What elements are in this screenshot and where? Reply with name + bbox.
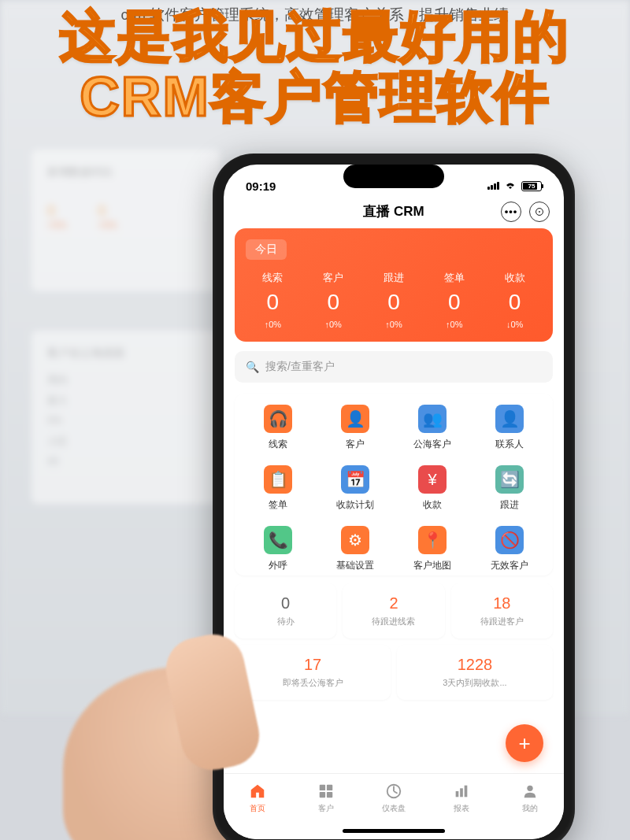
overlay-line-2: CRM客户管理软件 [0, 67, 630, 128]
grid-item-公海客户[interactable]: 👥 公海客户 [394, 405, 471, 451]
grid-item-收款[interactable]: ¥ 收款 [394, 465, 471, 512]
dashboard-card: 今日 线索 0 ↑0% 客户 0 ↑0% 跟进 0 ↑0% 签单 0 ↑0% 收… [235, 228, 553, 342]
grid-item-联系人[interactable]: 👤 联系人 [471, 405, 548, 451]
grid-item-签单[interactable]: 📋 签单 [239, 465, 317, 512]
跟进-icon: 🔄 [495, 465, 524, 494]
add-fab-button[interactable]: + [506, 724, 543, 762]
app-header: 直播 CRM ••• [224, 198, 564, 228]
基础设置-icon: ⚙ [341, 526, 369, 554]
metric-客户[interactable]: 客户 0 ↑0% [303, 271, 364, 329]
home-icon [248, 782, 267, 801]
home-indicator[interactable] [343, 829, 445, 833]
tab-首页[interactable]: 首页 [224, 780, 291, 839]
stat-card-待办[interactable]: 0 待办 [235, 583, 336, 638]
users-icon [317, 782, 335, 801]
dashboard-icon [384, 782, 403, 801]
收款-icon: ¥ [418, 465, 447, 494]
overlay-line-1: 这是我见过最好用的 [0, 6, 630, 67]
grid-item-客户地图[interactable]: 📍 客户地图 [394, 526, 471, 572]
svg-rect-5 [456, 791, 459, 797]
grid-item-线索[interactable]: 🎧 线索 [239, 405, 317, 451]
metric-线索[interactable]: 线索 0 ↑0% [243, 271, 303, 329]
svg-rect-6 [461, 788, 464, 797]
svg-rect-1 [327, 785, 332, 790]
外呼-icon: 📞 [264, 526, 292, 554]
签单-icon: 📋 [264, 465, 292, 494]
search-input[interactable]: 🔍 搜索/查重客户 [235, 351, 553, 383]
bg-section-title: 新增数据对比 [47, 165, 205, 179]
无效客户-icon: 🚫 [495, 526, 524, 554]
battery-icon: 75 [521, 181, 542, 191]
target-button[interactable] [529, 202, 550, 222]
收款计划-icon: 📅 [341, 465, 369, 494]
stat-card-即将丢公海客户[interactable]: 17 即将丢公海客户 [235, 645, 391, 700]
search-placeholder: 搜索/查重客户 [265, 360, 335, 374]
公海客户-icon: 👥 [418, 405, 447, 433]
stat-cards-row2: 17 即将丢公海客户 1228 3天内到期收款... [235, 645, 553, 700]
user-icon [521, 782, 539, 801]
联系人-icon: 👤 [495, 405, 524, 433]
svg-rect-0 [319, 785, 324, 790]
marketing-overlay: 这是我见过最好用的 CRM客户管理软件 [0, 6, 630, 128]
客户地图-icon: 📍 [418, 526, 447, 554]
grid-item-跟进[interactable]: 🔄 跟进 [471, 465, 548, 512]
metric-签单[interactable]: 签单 0 ↑0% [424, 271, 484, 329]
phone-notch [343, 165, 444, 188]
stat-card-3天内到期收款...[interactable]: 1228 3天内到期收款... [397, 645, 553, 700]
stat-card-待跟进客户[interactable]: 18 待跟进客户 [451, 583, 553, 638]
svg-rect-3 [327, 792, 332, 797]
stat-card-待跟进线索[interactable]: 2 待跟进线索 [343, 583, 444, 638]
signal-icon [487, 182, 499, 190]
grid-item-无效客户[interactable]: 🚫 无效客户 [471, 526, 548, 572]
period-label[interactable]: 今日 [246, 239, 287, 260]
grid-item-基础设置[interactable]: ⚙ 基础设置 [317, 526, 394, 572]
phone-device: 09:19 75 直播 CRM ••• 今日 线索 0 ↑0% 客户 0 ↑0 [213, 154, 575, 840]
chart-icon [452, 782, 471, 801]
grid-item-外呼[interactable]: 📞 外呼 [239, 526, 317, 572]
stat-cards-row1: 0 待办 2 待跟进线索 18 待跟进客户 [235, 583, 553, 638]
status-time: 09:19 [246, 179, 276, 193]
grid-item-客户[interactable]: 👤 客户 [317, 405, 394, 451]
svg-point-8 [527, 786, 532, 791]
more-button[interactable]: ••• [501, 202, 521, 222]
bg-section2-title: 客户在公海原因 [47, 346, 205, 361]
app-title: 直播 CRM [363, 202, 424, 220]
线索-icon: 🎧 [264, 405, 292, 433]
metric-跟进[interactable]: 跟进 0 ↑0% [364, 271, 424, 329]
tab-bar: 首页客户仪表盘报表我的 [224, 773, 564, 839]
wifi-icon [504, 181, 517, 191]
svg-rect-2 [319, 792, 324, 797]
grid-item-收款计划[interactable]: 📅 收款计划 [317, 465, 394, 512]
feature-grid: 🎧 线索 👤 客户 👥 公海客户 👤 联系人 📋 签单 📅 收款计划 ¥ 收款 … [235, 394, 553, 575]
客户-icon: 👤 [341, 405, 369, 433]
metric-收款[interactable]: 收款 0 ↓0% [484, 271, 545, 329]
search-icon: 🔍 [246, 361, 259, 373]
svg-rect-7 [465, 786, 468, 797]
